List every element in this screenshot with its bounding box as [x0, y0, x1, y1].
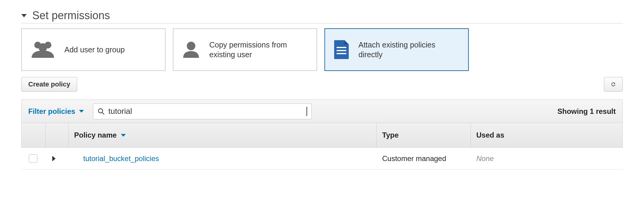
user-icon — [181, 41, 201, 58]
svg-rect-4 — [337, 47, 346, 48]
col-header-policy-name-label: Policy name — [74, 131, 117, 139]
col-header-select — [22, 123, 45, 147]
col-header-used-as[interactable]: Used as — [471, 123, 622, 147]
caret-down-icon — [21, 14, 27, 17]
text-cursor — [307, 107, 307, 116]
option-label: Add user to group — [64, 45, 125, 55]
svg-point-2 — [39, 43, 47, 52]
col-header-used-as-label: Used as — [476, 131, 504, 139]
col-header-type-label: Type — [382, 131, 399, 139]
svg-rect-6 — [337, 53, 346, 54]
policy-toolbar: Create policy — [21, 77, 623, 92]
option-add-user-to-group[interactable]: Add user to group — [21, 28, 166, 71]
policy-type-cell: Customer managed — [377, 154, 471, 163]
col-header-type[interactable]: Type — [376, 123, 471, 147]
result-count: Showing 1 result — [557, 107, 616, 116]
document-icon — [333, 40, 350, 59]
filter-policies-dropdown[interactable]: Filter policies — [28, 107, 84, 116]
svg-point-7 — [98, 109, 103, 113]
chevron-down-icon — [79, 110, 84, 113]
row-select-checkbox[interactable] — [29, 154, 37, 163]
filter-bar: Filter policies Showing 1 result — [21, 100, 623, 123]
col-header-expand — [45, 123, 68, 147]
policy-search-input[interactable] — [108, 106, 308, 116]
policy-table-header: Policy name Type Used as — [21, 123, 623, 148]
group-icon — [30, 41, 56, 58]
svg-line-8 — [102, 112, 104, 114]
policy-name-link[interactable]: tutorial_bucket_policies — [74, 154, 159, 163]
search-icon — [98, 108, 105, 115]
policy-table-row: tutorial_bucket_policies Customer manage… — [21, 148, 623, 170]
row-expand-toggle[interactable] — [52, 156, 56, 161]
sort-indicator-icon — [121, 134, 126, 137]
permission-option-cards: Add user to group Copy permissions from … — [21, 28, 623, 71]
option-attach-policies[interactable]: Attach existing policies directly — [324, 28, 469, 71]
policy-used-as-cell: None — [471, 154, 623, 163]
policy-search-box[interactable] — [93, 103, 312, 119]
refresh-icon — [611, 80, 616, 88]
col-header-policy-name[interactable]: Policy name — [68, 123, 376, 147]
refresh-button[interactable] — [604, 77, 623, 92]
section-title: Set permissions — [32, 9, 110, 22]
option-label: Copy permissions from existing user — [209, 40, 309, 60]
option-label: Attach existing policies directly — [358, 40, 460, 60]
svg-point-3 — [187, 42, 195, 50]
section-header[interactable]: Set permissions — [21, 9, 623, 23]
option-copy-permissions[interactable]: Copy permissions from existing user — [173, 28, 317, 71]
filter-policies-label: Filter policies — [28, 107, 75, 116]
create-policy-button[interactable]: Create policy — [21, 77, 77, 92]
svg-rect-5 — [337, 50, 346, 51]
